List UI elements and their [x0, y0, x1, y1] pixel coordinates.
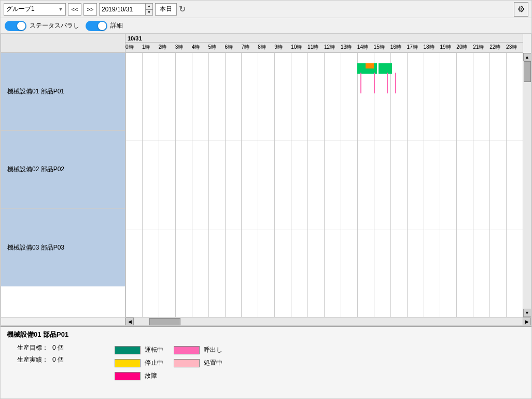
grid-line-0	[125, 53, 126, 141]
toggle-detail-label: 詳細	[110, 21, 123, 30]
production-target-row: 生産目標： 0 個	[7, 343, 83, 352]
grid-line-12	[324, 229, 325, 317]
refresh-button[interactable]: ↻	[179, 3, 186, 16]
legend-area: 運転中 停止中 故障 呼出し	[115, 346, 222, 380]
date-down-button[interactable]: ▼	[146, 9, 152, 15]
grid-line-23	[506, 141, 507, 229]
toggle-status-label: ステータスバラし	[30, 21, 79, 30]
grid-line-20	[456, 229, 457, 317]
grid-line-19	[440, 141, 440, 229]
grid-line-21	[473, 229, 473, 317]
scrollbar-track[interactable]	[523, 61, 531, 309]
grid-line-20	[456, 141, 457, 229]
prev-prev-button[interactable]: <<	[68, 3, 81, 16]
production-target-label: 生産目標：	[7, 343, 48, 352]
grid-line-9	[274, 53, 275, 141]
group-select[interactable]: グループ1 ▼	[4, 3, 66, 16]
gantt-bar-green-2[interactable]	[379, 63, 392, 74]
hour-tick-20: 20時	[456, 44, 467, 51]
v-marker-2	[387, 73, 388, 93]
scrollbar-v-header	[523, 34, 531, 53]
today-button[interactable]: 本日	[155, 3, 177, 16]
row-chart-3	[125, 229, 523, 317]
grid-line-5	[208, 229, 209, 317]
toggle-detail[interactable]: 詳細	[86, 21, 123, 31]
gantt-rows-container: 機械設備01 部品P01 機械設備02 部品P02 機械設備03 部品P03	[1, 53, 531, 317]
legend-label-handling: 処置中	[204, 359, 222, 367]
scrollbar-h-thumb[interactable]	[149, 318, 180, 325]
grid-line-4	[192, 229, 192, 317]
hour-tick-10: 10時	[291, 44, 302, 51]
toggle-bar: ステータスバラし 詳細	[1, 18, 531, 34]
grid-line-18	[424, 229, 424, 317]
hour-row: 0時1時2時3時4時5時6時7時8時9時10時11時12時13時14時15時16…	[125, 43, 523, 52]
gantt-charts	[125, 53, 523, 317]
toggle-status-thumb	[17, 22, 25, 30]
scrollbar-vertical[interactable]: ▲ ▼	[523, 53, 531, 317]
grid-line-3	[175, 141, 176, 229]
scrollbar-horizontal[interactable]: ◀ ▶	[125, 318, 531, 325]
gantt-bar-orange-1	[366, 63, 374, 68]
toggle-detail-track[interactable]	[86, 21, 107, 31]
production-target-value: 0 個	[52, 343, 83, 352]
date-up-button[interactable]: ▲	[146, 4, 152, 9]
row-chart-1	[125, 53, 523, 141]
date-spinners[interactable]: ▲ ▼	[146, 3, 153, 16]
grid-line-10	[291, 229, 291, 317]
toggle-status[interactable]: ステータスバラし	[5, 21, 79, 31]
grid-line-19	[440, 229, 440, 317]
grid-line-6	[225, 53, 226, 141]
toggle-status-track[interactable]	[5, 21, 26, 31]
info-title: 機械設備01 部品P01	[7, 330, 525, 339]
info-content: 生産目標： 0 個 生産実績： 0 個 運転中 停止中	[7, 343, 525, 380]
grid-line-10	[291, 53, 291, 141]
scrollbar-up-arrow[interactable]: ▲	[523, 53, 531, 61]
grid-line-15	[374, 141, 374, 229]
legend-label-stopped: 停止中	[145, 359, 163, 367]
legend-item-handling: 処置中	[174, 359, 222, 367]
grid-line-13	[341, 53, 341, 141]
production-actual-label: 生産実績：	[7, 355, 48, 364]
hour-tick-14: 14時	[357, 44, 368, 51]
hour-tick-21: 21時	[473, 44, 484, 51]
hour-tick-22: 22時	[489, 44, 500, 51]
next-next-button[interactable]: >>	[83, 3, 97, 16]
hour-tick-4: 4時	[192, 44, 200, 51]
grid-line-22	[489, 229, 490, 317]
settings-button[interactable]: ⚙	[514, 2, 528, 17]
scrollbar-left-arrow[interactable]: ◀	[125, 318, 134, 326]
grid-line-13	[341, 229, 341, 317]
gantt-wrapper: 10/31 0時1時2時3時4時5時6時7時8時9時10時11時12時13時14…	[1, 34, 531, 326]
scrollbar-thumb[interactable]	[524, 61, 531, 82]
grid-line-1	[142, 229, 143, 317]
hour-tick-12: 12時	[324, 44, 335, 51]
hour-tick-17: 17時	[407, 44, 418, 51]
grid-line-2	[159, 229, 159, 317]
hour-tick-3: 3時	[175, 44, 184, 51]
production-actual-value: 0 個	[52, 355, 83, 364]
scrollbar-right-arrow[interactable]: ▶	[523, 318, 531, 326]
scrollbar-down-arrow[interactable]: ▼	[523, 309, 531, 317]
grid-line-22	[489, 141, 490, 229]
hour-tick-15: 15時	[374, 44, 385, 51]
legend-color-fault	[115, 372, 141, 380]
grid-line-1	[142, 141, 143, 229]
grid-line-16	[390, 141, 391, 229]
grid-line-17	[407, 229, 408, 317]
production-actual-row: 生産実績： 0 個	[7, 355, 83, 364]
legend-item-stopped: 停止中	[115, 359, 163, 367]
grid-line-3	[175, 53, 176, 141]
legend-col-1: 運転中 停止中 故障	[115, 346, 163, 380]
grid-line-2	[159, 141, 159, 229]
grid-line-8	[258, 141, 258, 229]
scrollbar-h-track[interactable]	[134, 318, 523, 325]
grid-line-19	[440, 53, 440, 141]
hour-tick-7: 7時	[241, 44, 249, 51]
grid-line-22	[489, 53, 490, 141]
grid-line-5	[208, 53, 209, 141]
grid-line-18	[424, 53, 424, 141]
grid-line-11	[307, 141, 308, 229]
grid-line-23	[506, 53, 507, 141]
hour-tick-23: 23時	[506, 44, 517, 51]
hour-tick-0: 0時	[125, 44, 134, 51]
